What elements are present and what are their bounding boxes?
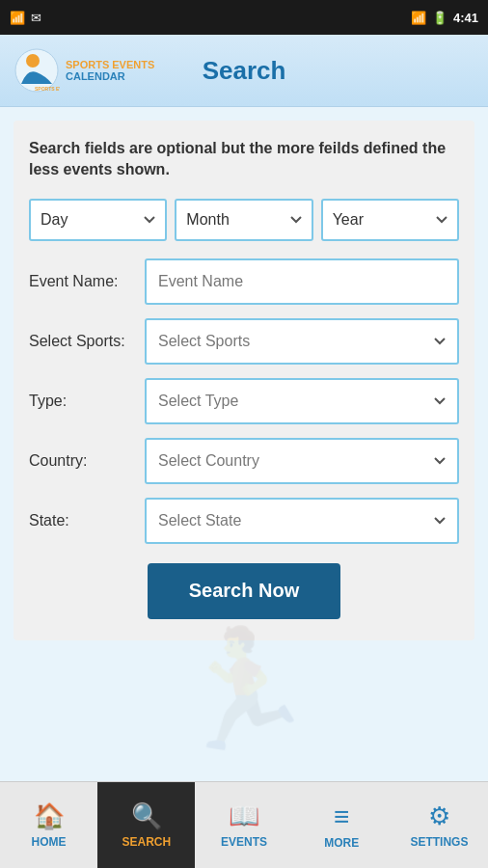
type-select[interactable]: Select Type xyxy=(145,378,459,424)
nav-settings-label: SETTINGS xyxy=(410,835,468,849)
header: SPORTS EVENTS SPORTS EVENTS CALENDAR Sea… xyxy=(0,35,488,107)
signal-icon: 📶 xyxy=(10,11,25,25)
type-row: Type: Select Type xyxy=(29,378,459,424)
sports-select[interactable]: Select Sports xyxy=(145,318,459,365)
home-icon: 🏠 xyxy=(34,801,65,831)
svg-text:SPORTS EVENTS: SPORTS EVENTS xyxy=(35,86,60,92)
year-select[interactable]: Year 202420252026 xyxy=(321,199,459,241)
day-select[interactable]: Day xyxy=(29,199,167,241)
event-name-label: Event Name: xyxy=(29,273,145,290)
nav-home-label: HOME xyxy=(32,835,67,849)
country-row: Country: Select Country xyxy=(29,438,459,484)
logo-container: SPORTS EVENTS SPORTS EVENTS CALENDAR xyxy=(14,47,154,94)
state-row: State: Select State xyxy=(29,498,459,544)
page-title: Search xyxy=(203,56,286,86)
status-left-icons: 📶 ✉ xyxy=(10,11,41,25)
nav-more-label: MORE xyxy=(324,836,359,850)
nav-home[interactable]: 🏠 HOME xyxy=(0,782,97,868)
nav-settings[interactable]: ⚙ SETTINGS xyxy=(391,782,488,868)
status-bar: 📶 ✉ 📶 🔋 4:41 xyxy=(0,0,488,35)
select-sports-row: Select Sports: Select Sports xyxy=(29,318,459,365)
svg-point-1 xyxy=(26,54,40,68)
nav-events[interactable]: 📖 EVENTS xyxy=(195,782,292,868)
message-icon: ✉ xyxy=(31,11,41,25)
search-now-button[interactable]: Search Now xyxy=(148,563,340,619)
month-select[interactable]: Month JanuaryFebruaryMarch AprilMayJune … xyxy=(175,199,312,241)
logo-svg: SPORTS EVENTS xyxy=(14,47,60,94)
date-row: Day Month JanuaryFebruaryMarch AprilMayJ… xyxy=(29,199,459,241)
search-card: Search fields are optional but the more … xyxy=(14,121,474,640)
country-label: Country: xyxy=(29,452,145,470)
event-name-row: Event Name: xyxy=(29,258,459,305)
status-right-icons: 📶 🔋 4:41 xyxy=(411,11,478,25)
nav-more[interactable]: ≡ MORE xyxy=(293,782,391,868)
state-label: State: xyxy=(29,512,145,529)
hint-text: Search fields are optional but the more … xyxy=(29,138,459,181)
settings-icon: ⚙ xyxy=(428,801,450,831)
nav-events-label: EVENTS xyxy=(221,835,267,849)
events-icon: 📖 xyxy=(229,801,259,831)
wifi-icon: 📶 xyxy=(411,11,426,25)
nav-search-label: SEARCH xyxy=(122,835,171,849)
time-display: 4:41 xyxy=(453,11,478,25)
event-name-input[interactable] xyxy=(145,258,459,305)
main-content: Search fields are optional but the more … xyxy=(0,107,488,781)
bottom-nav: 🏠 HOME 🔍 SEARCH 📖 EVENTS ≡ MORE ⚙ SETTIN… xyxy=(0,781,488,868)
nav-search[interactable]: 🔍 SEARCH xyxy=(97,782,195,868)
logo-text: SPORTS EVENTS CALENDAR xyxy=(66,59,154,82)
search-icon: 🔍 xyxy=(131,801,162,831)
type-label: Type: xyxy=(29,393,145,410)
state-select[interactable]: Select State xyxy=(145,498,459,544)
select-sports-label: Select Sports: xyxy=(29,333,145,350)
more-icon: ≡ xyxy=(334,801,349,832)
battery-icon: 🔋 xyxy=(432,11,447,25)
country-select[interactable]: Select Country xyxy=(145,438,459,484)
